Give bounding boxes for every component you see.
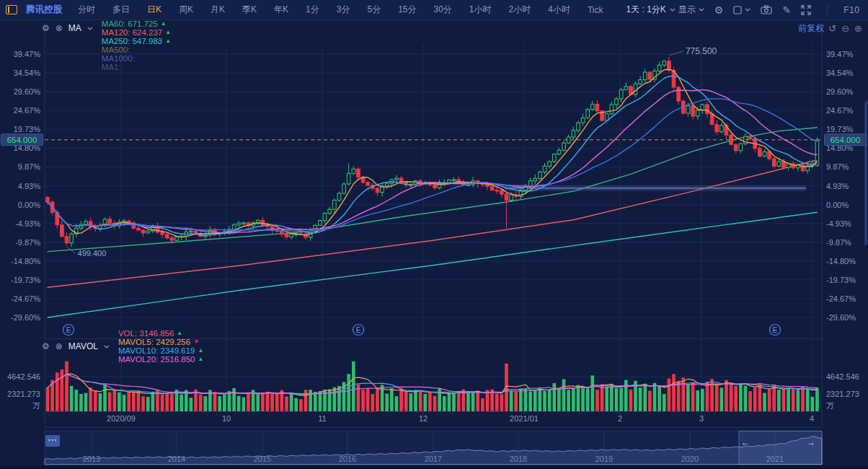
period-tab-8[interactable]: 1分: [297, 4, 328, 16]
volume-unit-label: 万: [32, 401, 40, 410]
volume-axis-label-left: 4642.546: [7, 372, 40, 381]
y-axis-label-right: 0.00%: [826, 201, 849, 209]
candle-style-icon: [733, 6, 742, 14]
indicator-name[interactable]: MA: [68, 23, 81, 33]
indicator-value: MA1000:: [102, 54, 135, 63]
selection-left-arrow-icon[interactable]: ←: [741, 437, 750, 447]
y-axis-label-left: 0.00%: [18, 201, 40, 209]
indicator-settings-gear-icon[interactable]: ⚙: [42, 342, 50, 351]
earnings-marker-letter: E: [356, 326, 361, 334]
period-tab-2[interactable]: 多日: [104, 4, 138, 16]
earnings-marker-icon[interactable]: E: [63, 325, 74, 336]
period-tab-4[interactable]: 周K: [170, 4, 202, 16]
period-tab-1[interactable]: 分时: [69, 4, 104, 16]
period-tab-16[interactable]: Tick: [579, 5, 612, 15]
indicator-value: MAVOL5: 2429.256: [118, 338, 190, 346]
navigator: 201320142015201620172018201920202021←→: [45, 431, 822, 465]
candles: [46, 57, 819, 247]
y-axis-label-left: -14.80%: [11, 257, 40, 266]
trend-up-icon: ▲: [198, 356, 204, 362]
indicator-name[interactable]: MAVOL: [68, 341, 98, 351]
indicator-value: MAVOL10: 2349.619: [118, 346, 195, 355]
display-menu-label: 显示: [678, 4, 696, 16]
top-toolbar: 腾讯控股 分时多日日K周K月K季K年K1分3分5分15分30分1小时2小时4小时…: [0, 0, 868, 20]
indicator-value: MA250: 547.983: [102, 37, 162, 45]
y-axis-label-left: 29.60%: [14, 87, 41, 96]
toolbar-right-group: 显示 ⚙ ✎ F10: [678, 4, 868, 16]
period-tab-11[interactable]: 15分: [389, 4, 425, 16]
settings-gear-icon[interactable]: ⚙: [714, 5, 724, 15]
f10-button[interactable]: F10: [843, 5, 859, 15]
y-axis-label-left: -24.67%: [11, 294, 40, 303]
y-axis-label-right: -9.87%: [826, 238, 851, 247]
zoom-in-icon[interactable]: ⊕: [854, 23, 862, 34]
period-tab-10[interactable]: 5分: [358, 4, 389, 16]
zoom-out-icon[interactable]: ⊖: [841, 23, 849, 34]
chevron-down-icon[interactable]: [104, 345, 110, 349]
y-axis-label-right: 34.54%: [826, 69, 854, 77]
indicator-ma1000[interactable]: MA1000:: [102, 54, 180, 63]
indicator-close-icon[interactable]: ⊗: [56, 24, 63, 32]
period-tab-3[interactable]: 日K: [138, 4, 170, 16]
x-axis-month-label: 2021/01: [510, 414, 539, 423]
y-axis-label-right: -4.93%: [826, 219, 851, 228]
trend-up-icon: ▲: [165, 30, 171, 35]
period-tab-9[interactable]: 3分: [328, 4, 359, 16]
indicator-value: VOL: 3146.856: [118, 329, 174, 338]
selection-right-arrow-icon[interactable]: →: [807, 437, 815, 447]
trend-up-icon: ▲: [165, 38, 171, 44]
display-menu[interactable]: 显示: [678, 4, 704, 16]
indicator-ma250[interactable]: MA250: 547.983▲: [102, 37, 171, 45]
fullscreen-expand-icon[interactable]: [801, 5, 811, 15]
period-tab-15[interactable]: 4小时: [539, 4, 579, 16]
earnings-marker-icon[interactable]: E: [353, 325, 364, 336]
period-tab-13[interactable]: 1小时: [461, 4, 500, 16]
y-axis-label-left: 4.93%: [18, 182, 40, 190]
indicator-close-icon[interactable]: ⊗: [56, 342, 63, 351]
high-price-annotation: 775.500: [686, 46, 717, 56]
ma-row-icons: ↺ ⊖ ⊕: [828, 23, 862, 34]
y-axis-label-right: -19.73%: [826, 276, 856, 284]
period-tab-5[interactable]: 月K: [202, 4, 234, 16]
trend-up-icon: ▲: [177, 330, 182, 336]
y-axis-label-right: 4.93%: [826, 182, 849, 190]
draw-pencil-icon[interactable]: ✎: [782, 5, 791, 15]
y-axis-label-right: -14.80%: [826, 257, 856, 266]
window-panel-icon[interactable]: [6, 5, 17, 14]
indicator-mavol10[interactable]: MAVOL10: 2349.619▲: [118, 346, 203, 355]
y-axis-label-right: -29.60%: [826, 313, 856, 322]
nav-selection-window[interactable]: [739, 431, 822, 465]
earnings-marker-icon[interactable]: E: [770, 325, 781, 336]
stock-symbol[interactable]: 腾讯控股: [26, 4, 62, 16]
trend-up-icon: ▲: [161, 21, 167, 27]
period-tab-14[interactable]: 2小时: [500, 4, 540, 16]
chevron-down-icon[interactable]: [87, 27, 93, 30]
period-tab-7[interactable]: 年K: [265, 4, 297, 16]
indicator-ma120[interactable]: MA120: 624.237▲: [102, 28, 171, 37]
mavol-values: VOL: 3146.856▲MAVOL5: 2429.256▼MAVOL10: …: [118, 329, 216, 364]
indicator-value: MA120: 624.237: [102, 28, 162, 37]
chart-style-dropdown[interactable]: [733, 6, 750, 14]
indicator-mavol5[interactable]: MAVOL5: 2429.256▼: [118, 338, 203, 346]
period-selector[interactable]: 1天 : 1分K: [623, 4, 678, 16]
y-axis-label-right: 19.73%: [826, 125, 854, 133]
period-tab-6[interactable]: 季K: [234, 4, 265, 16]
camera-icon[interactable]: [761, 5, 772, 14]
indicator-value: MA500:: [102, 45, 130, 54]
indicator-ma500[interactable]: MA500:: [102, 45, 180, 54]
trend-up-icon: ▲: [198, 348, 204, 354]
indicator-mavol20[interactable]: MAVOL20: 2516.850▲: [118, 355, 203, 364]
chevron-down-icon: [699, 8, 704, 12]
x-axis-month-label: 4: [810, 414, 814, 423]
period-tab-12[interactable]: 30分: [425, 4, 461, 16]
y-axis-label-left: 19.73%: [14, 125, 41, 133]
indicator-vol[interactable]: VOL: 3146.856▲: [118, 329, 203, 338]
undo-icon[interactable]: ↺: [828, 23, 836, 34]
indicator-ma60[interactable]: MA60: 671.725▲: [102, 19, 171, 28]
ma-indicator-row: ⚙ ⊗ MA MA5: 621.100▲MA10: 622.500▲MA20: …: [42, 22, 862, 35]
more-button[interactable]: ⋯: [45, 435, 60, 447]
adjust-mode-link[interactable]: 前复权: [798, 22, 824, 35]
current-price-badge-left-text: 654.000: [7, 136, 37, 144]
indicator-settings-gear-icon[interactable]: ⚙: [42, 24, 50, 32]
indicator-ma1[interactable]: MA1:: [102, 63, 180, 71]
